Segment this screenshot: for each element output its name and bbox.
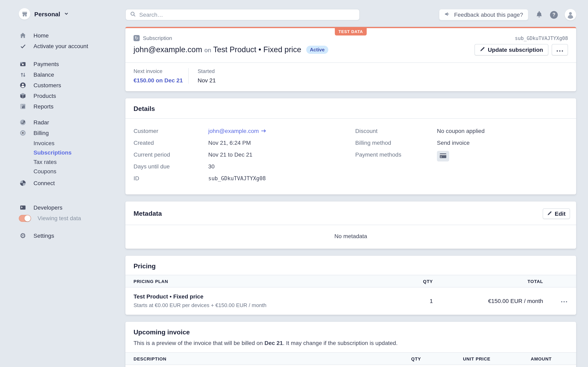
customers-icon [19, 82, 27, 89]
section-title: Metadata [134, 210, 162, 217]
sidebar-item-connect[interactable]: Connect [19, 178, 125, 188]
payment-method-card-button[interactable] [437, 151, 449, 161]
status-badge: Active [306, 46, 328, 54]
radar-icon [19, 119, 27, 125]
section-title: Upcoming invoice [134, 329, 568, 336]
subscription-type-label: Subscription [143, 35, 172, 41]
ellipsis-icon [557, 47, 563, 53]
topbar-right: Feedback about this page? [439, 9, 576, 20]
pencil-icon [480, 47, 485, 53]
plan-name: Test Product • Fixed price [134, 293, 400, 300]
upcoming-invoice-note: This is a preview of the invoice that wi… [134, 340, 568, 346]
billing-icon [19, 130, 27, 136]
detail-row-days-until-due: Days until due 30 [134, 163, 355, 170]
pricing-table-header: PRICING PLAN QTY TOTAL [125, 275, 576, 287]
detail-row-created: Created Nov 21, 6:24 PM [134, 139, 355, 147]
plan-more-actions-button[interactable] [560, 297, 568, 305]
feedback-button[interactable]: Feedback about this page? [439, 9, 528, 20]
search-input[interactable] [139, 11, 355, 18]
sidebar-item-tax-rates[interactable]: Tax rates [19, 157, 125, 166]
header-actions: Update subscription [474, 44, 568, 55]
section-title: Details [134, 105, 155, 113]
bell-icon [535, 10, 543, 19]
help-icon [550, 11, 558, 18]
feedback-label: Feedback about this page? [454, 11, 523, 18]
stat-next-invoice: Next invoice €150.00 on Dec 21 [134, 68, 188, 83]
customer-link[interactable]: john@example.com [208, 127, 266, 135]
settings-gear-icon: ⚙ [19, 232, 27, 239]
search-box [125, 9, 360, 20]
toggle-knob [25, 215, 31, 221]
test-data-toggle-label: Viewing test data [38, 215, 81, 221]
account-switcher[interactable]: Personal [19, 8, 125, 20]
payments-icon [19, 61, 27, 67]
sidebar-item-settings[interactable]: ⚙ Settings [19, 230, 125, 241]
balance-icon [19, 72, 27, 78]
search-icon [130, 11, 136, 18]
developers-icon [19, 204, 27, 211]
products-icon [19, 92, 27, 99]
plan-description: Starts at €0.00 EUR per devices + €150.0… [134, 302, 400, 308]
ellipsis-icon [561, 298, 567, 304]
sidebar-item-products[interactable]: Products [19, 91, 125, 101]
pricing-card: Pricing PRICING PLAN QTY TOTAL Test Prod… [125, 256, 576, 315]
sidebar-item-balance[interactable]: Balance [19, 69, 125, 80]
column-header-unit-price: UNIT PRICE [421, 356, 490, 361]
sidebar-item-customers[interactable]: Customers [19, 80, 125, 91]
account-name: Personal [34, 10, 60, 17]
account-menu-button[interactable] [565, 9, 576, 20]
detail-row-current-period: Current period Nov 21 to Dec 21 [134, 151, 355, 159]
upcoming-invoice-header: Upcoming invoice This is a preview of th… [125, 322, 576, 352]
sidebar-item-radar[interactable]: Radar [19, 117, 125, 128]
arrow-right-icon [261, 127, 266, 135]
main-content: Feedback about this page? TEST DATA ↻ S [125, 0, 576, 367]
sidebar-item-subscriptions[interactable]: Subscriptions [19, 148, 125, 157]
detail-row-discount: Discount No coupon applied [355, 127, 568, 135]
sidebar-item-invoices[interactable]: Invoices [19, 138, 125, 148]
stat-started: Started Nov 21 [198, 68, 216, 83]
sidebar-nav: Home Activate your account Payments Bala… [19, 30, 125, 241]
subscription-id: sub_GDkuTVAJTYXg08 [515, 35, 568, 41]
sidebar-item-reports[interactable]: Reports [19, 101, 125, 112]
column-header-amount: AMOUNT [490, 356, 552, 361]
sidebar-item-home[interactable]: Home [19, 30, 125, 41]
notifications-button[interactable] [535, 10, 543, 19]
plan-qty: 1 [400, 298, 433, 304]
more-actions-button[interactable] [552, 44, 568, 55]
invoice-table-header: DESCRIPTION QTY UNIT PRICE AMOUNT [125, 352, 576, 365]
topbar: Feedback about this page? [125, 9, 576, 20]
test-data-badge: TEST DATA [335, 28, 367, 35]
sidebar-item-coupons[interactable]: Coupons [19, 166, 125, 176]
page-title: john@example.com on Test Product • Fixed… [134, 45, 301, 54]
title-row: john@example.com on Test Product • Fixed… [125, 41, 576, 62]
pencil-icon [547, 210, 552, 217]
details-header: Details [125, 98, 576, 118]
sidebar-item-developers[interactable]: Developers [19, 202, 125, 213]
check-icon [19, 43, 27, 49]
section-title: Pricing [134, 263, 156, 270]
sidebar-item-billing[interactable]: Billing [19, 128, 125, 138]
test-data-toggle-row: Viewing test data [19, 213, 125, 224]
avatar-icon [565, 9, 576, 20]
chevron-down-icon [64, 11, 69, 17]
metadata-card: Metadata Edit No metadata [125, 201, 576, 249]
details-card: Details Customer john@example.com Create… [125, 98, 576, 194]
test-data-toggle[interactable] [19, 215, 31, 222]
detail-row-billing-method: Billing method Send invoice [355, 139, 568, 147]
credit-card-icon [439, 153, 447, 160]
column-header-total: TOTAL [433, 279, 543, 284]
help-button[interactable] [550, 11, 558, 18]
divider [188, 68, 189, 83]
column-header-pricing-plan: PRICING PLAN [134, 279, 400, 284]
details-right-column: Discount No coupon applied Billing metho… [355, 127, 568, 186]
plan-total: €150.00 EUR / month [433, 298, 543, 304]
detail-row-customer: Customer john@example.com [134, 127, 355, 135]
details-left-column: Customer john@example.com Created Nov 21… [134, 127, 355, 186]
edit-metadata-button[interactable]: Edit [543, 208, 570, 219]
update-subscription-button[interactable]: Update subscription [474, 44, 548, 55]
connect-icon [19, 180, 27, 186]
sidebar-item-payments[interactable]: Payments [19, 59, 125, 69]
next-invoice-value[interactable]: €150.00 on Dec 21 [134, 77, 188, 83]
subscription-stats: Next invoice €150.00 on Dec 21 Started N… [125, 63, 576, 91]
sidebar-item-activate-account[interactable]: Activate your account [19, 41, 125, 51]
